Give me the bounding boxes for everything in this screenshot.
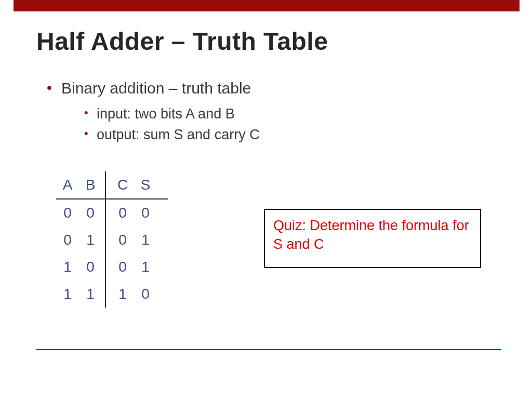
truth-table: A B C S 0 0 0 0 0 1 0 1 1 0 (56, 171, 168, 308)
bullet-list-level2: input: two bits A and B output: sum S an… (61, 103, 501, 145)
table-row: 1 1 1 0 (56, 281, 168, 308)
bullet-sub-text: input: two bits A and B (97, 106, 235, 122)
cell-S: 0 (134, 286, 157, 302)
col-header-A: A (56, 177, 79, 193)
vertical-divider (105, 200, 106, 227)
slide-title: Half Adder – Truth Table (36, 27, 328, 56)
col-header-C: C (111, 177, 134, 193)
cell-A: 0 (56, 232, 79, 248)
bottom-divider (36, 349, 501, 350)
col-header-S: S (134, 177, 157, 193)
cell-S: 0 (134, 205, 157, 221)
quiz-text: Quiz: Determine the formula for S and C (273, 216, 472, 254)
cell-S: 1 (134, 232, 157, 248)
bullet-list-level1: Binary addition – truth table input: two… (36, 78, 501, 145)
cell-C: 0 (111, 259, 134, 275)
cell-A: 1 (56, 259, 79, 275)
cell-A: 0 (56, 205, 79, 221)
col-header-B: B (79, 177, 102, 193)
bullet-item: Binary addition – truth table input: two… (47, 78, 501, 145)
cell-B: 1 (79, 232, 102, 248)
content-area: Binary addition – truth table input: two… (36, 78, 501, 145)
cell-C: 0 (111, 205, 134, 221)
table-row: 0 1 0 1 (56, 227, 168, 254)
table-body: 0 0 0 0 0 1 0 1 1 0 0 1 1 1 (56, 200, 168, 308)
vertical-divider (105, 227, 106, 254)
quiz-box: Quiz: Determine the formula for S and C (264, 209, 481, 268)
slide: Half Adder – Truth Table Binary addition… (0, 0, 532, 399)
bullet-sub-item: input: two bits A and B (84, 103, 501, 125)
table-row: 1 0 0 1 (56, 254, 168, 281)
cell-B: 1 (79, 286, 102, 302)
cell-S: 1 (134, 259, 157, 275)
cell-C: 1 (111, 286, 134, 302)
vertical-divider (105, 281, 106, 308)
vertical-divider (105, 254, 106, 281)
bullet-sub-text: output: sum S and carry C (97, 127, 260, 142)
bullet-text: Binary addition – truth table (61, 79, 251, 97)
table-row: 0 0 0 0 (56, 200, 168, 227)
cell-B: 0 (79, 205, 102, 221)
bullet-sub-item: output: sum S and carry C (84, 124, 501, 145)
top-accent-bar (14, 0, 520, 11)
cell-A: 1 (56, 286, 79, 302)
table-header-row: A B C S (56, 171, 168, 198)
cell-B: 0 (79, 259, 102, 275)
cell-C: 0 (111, 232, 134, 248)
vertical-divider (105, 171, 106, 198)
